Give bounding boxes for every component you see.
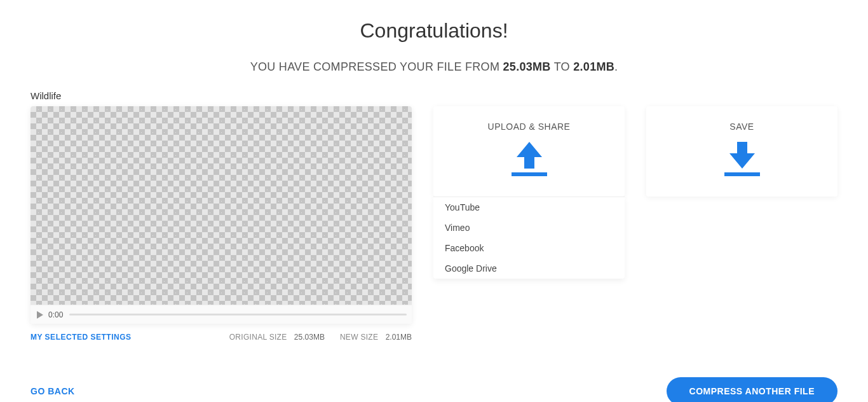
compression-summary: YOU HAVE COMPRESSED YOUR FILE FROM 25.03… [31,60,837,74]
upload-icon [433,141,625,177]
upload-share-card[interactable]: UPLOAD & SHARE [433,106,625,197]
original-size-label: ORIGINAL SIZE [229,333,287,342]
save-heading: SAVE [646,106,837,132]
share-option-youtube[interactable]: YouTube [433,197,625,218]
new-size-value: 2.01MB [386,333,412,342]
my-selected-settings-link[interactable]: MY SELECTED SETTINGS [31,333,131,342]
video-preview-card: 0:00 [31,106,412,324]
new-size-group: NEW SIZE 2.01MB [340,333,412,342]
summary-new-size: 2.01MB [573,60,614,73]
download-icon [646,141,837,177]
summary-mid: TO [551,60,574,73]
original-size-value: 25.03MB [294,333,325,342]
compress-another-file-button[interactable]: COMPRESS ANOTHER FILE [667,377,837,402]
page-title: Congratulations! [31,19,837,43]
save-card[interactable]: SAVE [646,106,837,197]
share-option-facebook[interactable]: Facebook [433,238,625,258]
video-controls: 0:00 [31,305,412,324]
svg-marker-1 [517,142,542,169]
filename-label: Wildlife [31,90,837,101]
new-size-label: NEW SIZE [340,333,378,342]
original-size-group: ORIGINAL SIZE 25.03MB [229,333,325,342]
share-options-dropdown: YouTube Vimeo Facebook Google Drive [433,197,625,279]
video-preview[interactable] [31,106,412,305]
summary-prefix: YOU HAVE COMPRESSED YOUR FILE FROM [250,60,503,73]
share-option-vimeo[interactable]: Vimeo [433,218,625,238]
svg-marker-3 [729,142,755,169]
svg-marker-0 [37,311,43,319]
share-option-googledrive[interactable]: Google Drive [433,258,625,279]
play-icon[interactable] [36,310,44,319]
svg-rect-4 [724,172,760,176]
summary-suffix: . [614,60,618,73]
video-time: 0:00 [48,310,63,319]
upload-share-heading: UPLOAD & SHARE [433,106,625,132]
svg-rect-2 [512,172,547,176]
summary-original-size: 25.03MB [503,60,551,73]
go-back-link[interactable]: GO BACK [31,386,75,396]
video-seek-track[interactable] [69,314,407,315]
